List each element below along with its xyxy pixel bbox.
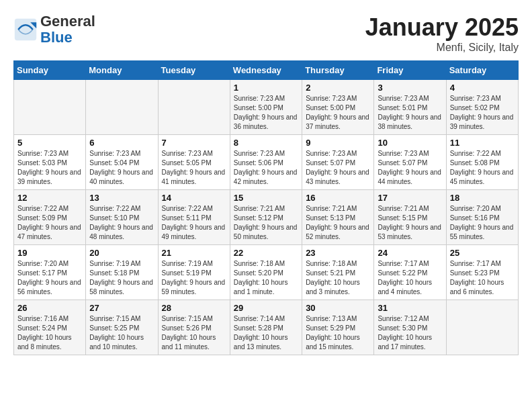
header-day-thursday: Thursday bbox=[302, 61, 374, 80]
empty-cell bbox=[86, 80, 158, 135]
day-content: Sunrise: 7:15 AM Sunset: 5:25 PM Dayligh… bbox=[89, 314, 154, 352]
day-number: 10 bbox=[378, 138, 442, 148]
header-day-sunday: Sunday bbox=[14, 61, 86, 80]
day-number: 28 bbox=[162, 303, 226, 313]
day-number: 17 bbox=[378, 193, 442, 203]
day-number: 2 bbox=[306, 83, 370, 93]
calendar-table: SundayMondayTuesdayWednesdayThursdayFrid… bbox=[13, 60, 519, 355]
day-content: Sunrise: 7:23 AM Sunset: 5:04 PM Dayligh… bbox=[89, 149, 154, 187]
logo: General Blue bbox=[13, 13, 95, 46]
calendar-day-31: 31Sunrise: 7:12 AM Sunset: 5:30 PM Dayli… bbox=[374, 300, 446, 355]
calendar-day-25: 25Sunrise: 7:17 AM Sunset: 5:23 PM Dayli… bbox=[446, 245, 518, 300]
calendar-day-27: 27Sunrise: 7:15 AM Sunset: 5:25 PM Dayli… bbox=[86, 300, 158, 355]
day-content: Sunrise: 7:21 AM Sunset: 5:13 PM Dayligh… bbox=[306, 204, 370, 242]
day-content: Sunrise: 7:23 AM Sunset: 5:07 PM Dayligh… bbox=[306, 149, 370, 187]
calendar-day-5: 5Sunrise: 7:23 AM Sunset: 5:03 PM Daylig… bbox=[14, 135, 86, 190]
calendar-day-4: 4Sunrise: 7:23 AM Sunset: 5:02 PM Daylig… bbox=[446, 80, 518, 135]
day-content: Sunrise: 7:23 AM Sunset: 5:02 PM Dayligh… bbox=[450, 94, 515, 132]
day-number: 11 bbox=[450, 138, 515, 148]
day-number: 7 bbox=[162, 138, 226, 148]
calendar-day-30: 30Sunrise: 7:13 AM Sunset: 5:29 PM Dayli… bbox=[302, 300, 374, 355]
calendar-day-8: 8Sunrise: 7:23 AM Sunset: 5:06 PM Daylig… bbox=[230, 135, 302, 190]
calendar-week-4: 19Sunrise: 7:20 AM Sunset: 5:17 PM Dayli… bbox=[14, 245, 519, 300]
calendar-day-20: 20Sunrise: 7:19 AM Sunset: 5:18 PM Dayli… bbox=[86, 245, 158, 300]
calendar-day-16: 16Sunrise: 7:21 AM Sunset: 5:13 PM Dayli… bbox=[302, 190, 374, 245]
day-number: 20 bbox=[89, 248, 154, 258]
calendar-day-26: 26Sunrise: 7:16 AM Sunset: 5:24 PM Dayli… bbox=[14, 300, 86, 355]
calendar-body: 1Sunrise: 7:23 AM Sunset: 5:00 PM Daylig… bbox=[14, 80, 519, 355]
calendar-day-19: 19Sunrise: 7:20 AM Sunset: 5:17 PM Dayli… bbox=[14, 245, 86, 300]
day-number: 21 bbox=[162, 248, 226, 258]
day-content: Sunrise: 7:22 AM Sunset: 5:11 PM Dayligh… bbox=[162, 204, 226, 242]
day-content: Sunrise: 7:23 AM Sunset: 5:07 PM Dayligh… bbox=[378, 149, 442, 187]
header-day-tuesday: Tuesday bbox=[158, 61, 230, 80]
calendar-day-11: 11Sunrise: 7:22 AM Sunset: 5:08 PM Dayli… bbox=[446, 135, 518, 190]
day-number: 29 bbox=[234, 303, 298, 313]
day-content: Sunrise: 7:12 AM Sunset: 5:30 PM Dayligh… bbox=[378, 314, 442, 352]
day-number: 15 bbox=[234, 193, 298, 203]
day-content: Sunrise: 7:20 AM Sunset: 5:16 PM Dayligh… bbox=[450, 204, 515, 242]
calendar-day-7: 7Sunrise: 7:23 AM Sunset: 5:05 PM Daylig… bbox=[158, 135, 230, 190]
day-content: Sunrise: 7:23 AM Sunset: 5:06 PM Dayligh… bbox=[234, 149, 298, 187]
month-title: January 2025 bbox=[365, 13, 519, 42]
day-number: 12 bbox=[17, 193, 82, 203]
day-number: 13 bbox=[89, 193, 154, 203]
day-number: 25 bbox=[450, 248, 515, 258]
day-content: Sunrise: 7:13 AM Sunset: 5:29 PM Dayligh… bbox=[306, 314, 370, 352]
day-number: 27 bbox=[89, 303, 154, 313]
empty-cell bbox=[14, 80, 86, 135]
day-number: 3 bbox=[378, 83, 442, 93]
day-number: 31 bbox=[378, 303, 442, 313]
logo-general-text: General bbox=[40, 13, 95, 30]
svg-rect-0 bbox=[15, 19, 36, 40]
day-content: Sunrise: 7:17 AM Sunset: 5:23 PM Dayligh… bbox=[450, 259, 515, 297]
calendar-header: SundayMondayTuesdayWednesdayThursdayFrid… bbox=[14, 61, 519, 80]
header-day-saturday: Saturday bbox=[446, 61, 518, 80]
day-number: 8 bbox=[234, 138, 298, 148]
calendar-week-3: 12Sunrise: 7:22 AM Sunset: 5:09 PM Dayli… bbox=[14, 190, 519, 245]
day-number: 6 bbox=[89, 138, 154, 148]
page-header: General Blue January 2025 Menfi, Sicily,… bbox=[13, 13, 519, 54]
empty-cell bbox=[158, 80, 230, 135]
calendar-day-6: 6Sunrise: 7:23 AM Sunset: 5:04 PM Daylig… bbox=[86, 135, 158, 190]
day-number: 16 bbox=[306, 193, 370, 203]
calendar-week-1: 1Sunrise: 7:23 AM Sunset: 5:00 PM Daylig… bbox=[14, 80, 519, 135]
day-content: Sunrise: 7:18 AM Sunset: 5:21 PM Dayligh… bbox=[306, 259, 370, 297]
day-content: Sunrise: 7:17 AM Sunset: 5:22 PM Dayligh… bbox=[378, 259, 442, 297]
day-number: 1 bbox=[234, 83, 298, 93]
day-number: 18 bbox=[450, 193, 515, 203]
logo-icon bbox=[13, 17, 38, 42]
day-content: Sunrise: 7:21 AM Sunset: 5:12 PM Dayligh… bbox=[234, 204, 298, 242]
calendar-day-23: 23Sunrise: 7:18 AM Sunset: 5:21 PM Dayli… bbox=[302, 245, 374, 300]
calendar-day-18: 18Sunrise: 7:20 AM Sunset: 5:16 PM Dayli… bbox=[446, 190, 518, 245]
header-row: SundayMondayTuesdayWednesdayThursdayFrid… bbox=[14, 61, 519, 80]
day-content: Sunrise: 7:19 AM Sunset: 5:18 PM Dayligh… bbox=[89, 259, 154, 297]
day-number: 4 bbox=[450, 83, 515, 93]
calendar-day-12: 12Sunrise: 7:22 AM Sunset: 5:09 PM Dayli… bbox=[14, 190, 86, 245]
day-number: 14 bbox=[162, 193, 226, 203]
calendar-week-5: 26Sunrise: 7:16 AM Sunset: 5:24 PM Dayli… bbox=[14, 300, 519, 355]
day-number: 5 bbox=[17, 138, 82, 148]
day-content: Sunrise: 7:23 AM Sunset: 5:00 PM Dayligh… bbox=[306, 94, 370, 132]
calendar-day-10: 10Sunrise: 7:23 AM Sunset: 5:07 PM Dayli… bbox=[374, 135, 446, 190]
calendar-day-9: 9Sunrise: 7:23 AM Sunset: 5:07 PM Daylig… bbox=[302, 135, 374, 190]
day-content: Sunrise: 7:16 AM Sunset: 5:24 PM Dayligh… bbox=[17, 314, 82, 352]
calendar-day-28: 28Sunrise: 7:15 AM Sunset: 5:26 PM Dayli… bbox=[158, 300, 230, 355]
logo-blue-text: Blue bbox=[40, 29, 73, 46]
day-number: 24 bbox=[378, 248, 442, 258]
calendar-day-22: 22Sunrise: 7:18 AM Sunset: 5:20 PM Dayli… bbox=[230, 245, 302, 300]
calendar-day-24: 24Sunrise: 7:17 AM Sunset: 5:22 PM Dayli… bbox=[374, 245, 446, 300]
day-number: 30 bbox=[306, 303, 370, 313]
title-block: January 2025 Menfi, Sicily, Italy bbox=[365, 13, 519, 54]
day-content: Sunrise: 7:23 AM Sunset: 5:01 PM Dayligh… bbox=[378, 94, 442, 132]
day-content: Sunrise: 7:22 AM Sunset: 5:08 PM Dayligh… bbox=[450, 149, 515, 187]
day-number: 19 bbox=[17, 248, 82, 258]
day-content: Sunrise: 7:22 AM Sunset: 5:09 PM Dayligh… bbox=[17, 204, 82, 242]
day-number: 9 bbox=[306, 138, 370, 148]
day-number: 23 bbox=[306, 248, 370, 258]
day-number: 22 bbox=[234, 248, 298, 258]
calendar-day-14: 14Sunrise: 7:22 AM Sunset: 5:11 PM Dayli… bbox=[158, 190, 230, 245]
header-day-monday: Monday bbox=[86, 61, 158, 80]
day-content: Sunrise: 7:19 AM Sunset: 5:19 PM Dayligh… bbox=[162, 259, 226, 297]
day-content: Sunrise: 7:23 AM Sunset: 5:00 PM Dayligh… bbox=[234, 94, 298, 132]
